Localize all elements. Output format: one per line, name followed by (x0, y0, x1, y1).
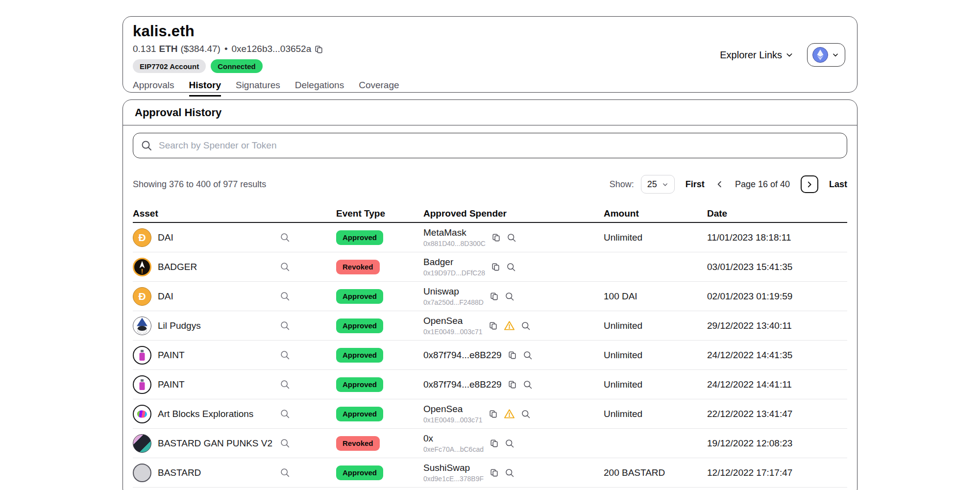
asset-search-icon[interactable] (280, 379, 290, 390)
spender-search-icon[interactable] (521, 321, 531, 331)
asset-token-icon (133, 346, 151, 365)
asset-token-icon (133, 405, 151, 423)
chevron-down-icon (832, 51, 839, 58)
asset-search-icon[interactable] (280, 262, 290, 272)
amount-cell: Unlimited (604, 350, 707, 361)
event-type-cell: Revoked (336, 436, 423, 451)
copy-address-icon[interactable] (314, 45, 323, 54)
page-size-value: 25 (647, 179, 657, 190)
tab-delegations[interactable]: Delegations (295, 80, 344, 97)
copy-address-icon[interactable] (490, 439, 499, 448)
event-type-cell: Approved (336, 318, 423, 333)
date-cell: 12/12/2022 17:17:47 (707, 467, 847, 478)
asset-search-icon[interactable] (280, 320, 290, 331)
copy-address-icon[interactable] (490, 468, 499, 477)
search-icon (141, 140, 152, 151)
page-indicator: Page 16 of 40 (735, 179, 790, 190)
spender-text: 0x87f794...e8B229 (423, 350, 502, 361)
spender-name: 0x87f794...e8B229 (423, 379, 502, 390)
warning-icon[interactable] (504, 408, 515, 419)
asset-cell: PAINT (133, 375, 336, 394)
explorer-links-label: Explorer Links (720, 49, 782, 61)
asset-name: DAI (158, 232, 273, 243)
spender-search-icon[interactable] (505, 292, 514, 301)
separator-dot: • (224, 44, 228, 54)
amount-cell: Unlimited (604, 320, 707, 331)
results-summary: Showing 376 to 400 of 977 results (133, 179, 266, 190)
copy-address-icon[interactable] (489, 409, 498, 418)
spender-address: 0x1E0049...003c71 (423, 328, 483, 336)
explorer-links-dropdown[interactable]: Explorer Links (720, 49, 793, 61)
copy-address-icon[interactable] (491, 233, 501, 242)
asset-name: DAI (158, 291, 273, 302)
column-header-event-type: Event Type (336, 208, 423, 219)
event-type-badge: Approved (336, 230, 383, 245)
spender-search-icon[interactable] (523, 350, 533, 360)
date-cell: 03/01/2023 15:41:35 (707, 262, 847, 272)
spender-search-icon[interactable] (505, 439, 514, 448)
spender-text: OpenSea 0x1E0049...003c71 (423, 316, 483, 336)
spender-name: Uniswap (423, 286, 484, 297)
search-input[interactable] (133, 133, 847, 158)
table-row: Lil Pudgys Approved OpenSea 0x1E0049...0… (133, 311, 847, 341)
chevron-left-icon[interactable] (715, 180, 724, 189)
copy-address-icon[interactable] (489, 321, 498, 330)
table-body: DAI Approved MetaMask 0x881D40...8D300C … (133, 223, 847, 488)
panel-title-row: Approval History (123, 100, 857, 125)
tab-signatures[interactable]: Signatures (236, 80, 280, 97)
spender-text: Badger 0x19D97D...DFfC28 (423, 257, 485, 277)
spender-name: 0x (423, 433, 484, 444)
spender-address: 0x1E0049...003c71 (423, 416, 483, 424)
event-type-cell: Revoked (336, 260, 423, 274)
network-select-button[interactable] (807, 43, 845, 67)
copy-address-icon[interactable] (490, 292, 499, 301)
tab-approvals[interactable]: Approvals (133, 80, 174, 97)
spender-search-icon[interactable] (507, 233, 516, 243)
event-type-cell: Approved (336, 407, 423, 421)
table-row: Art Blocks Explorations Approved OpenSea… (133, 399, 847, 429)
page-size-select[interactable]: 25 (641, 175, 675, 194)
spender-cell: OpenSea 0x1E0049...003c71 (423, 316, 604, 336)
asset-token-icon (133, 258, 151, 276)
column-header-asset: Asset (133, 208, 336, 219)
asset-search-icon[interactable] (280, 350, 290, 360)
warning-icon[interactable] (504, 320, 515, 331)
event-type-badge: Approved (336, 318, 383, 333)
spender-name: Badger (423, 257, 485, 268)
balance-usd: ($384.47) (181, 44, 220, 54)
show-label: Show: (610, 179, 634, 190)
copy-address-icon[interactable] (508, 380, 517, 389)
asset-search-icon[interactable] (280, 291, 290, 301)
asset-search-icon[interactable] (280, 232, 290, 243)
tab-coverage[interactable]: Coverage (359, 80, 399, 97)
asset-cell: DAI (133, 287, 336, 306)
spender-search-icon[interactable] (521, 409, 531, 419)
table-row: PAINT Approved 0x87f794...e8B229 Unlimit… (133, 370, 847, 399)
event-type-cell: Approved (336, 348, 423, 363)
asset-name: Art Blocks Explorations (158, 409, 273, 419)
spender-address: 0x7a250d...F2488D (423, 298, 484, 306)
asset-search-icon[interactable] (280, 467, 290, 478)
amount-cell: 100 DAI (604, 291, 707, 302)
next-page-button[interactable] (801, 175, 818, 193)
copy-address-icon[interactable] (508, 350, 517, 360)
spender-search-icon[interactable] (523, 380, 533, 390)
asset-name: BASTARD (158, 467, 273, 478)
spender-search-icon[interactable] (506, 262, 516, 272)
copy-address-icon[interactable] (491, 262, 500, 271)
spender-search-icon[interactable] (505, 468, 514, 478)
spender-name: SushiSwap (423, 463, 484, 473)
balance-currency: ETH (159, 44, 178, 54)
asset-name: PAINT (158, 379, 273, 390)
last-page-button[interactable]: Last (829, 179, 847, 190)
tab-history[interactable]: History (189, 80, 221, 97)
table-row: DAI Approved Uniswap 0x7a250d...F2488D 1… (133, 282, 847, 311)
date-cell: 24/12/2022 14:41:35 (707, 350, 847, 361)
first-page-button[interactable]: First (686, 179, 705, 190)
asset-cell: BASTARD GAN PUNKS V2 (133, 434, 336, 453)
event-type-badge: Approved (336, 377, 383, 392)
table-row: BADGER Revoked Badger 0x19D97D...DFfC28 (133, 252, 847, 282)
spender-address: 0x19D97D...DFfC28 (423, 269, 485, 277)
asset-search-icon[interactable] (280, 438, 290, 448)
asset-search-icon[interactable] (280, 409, 290, 419)
